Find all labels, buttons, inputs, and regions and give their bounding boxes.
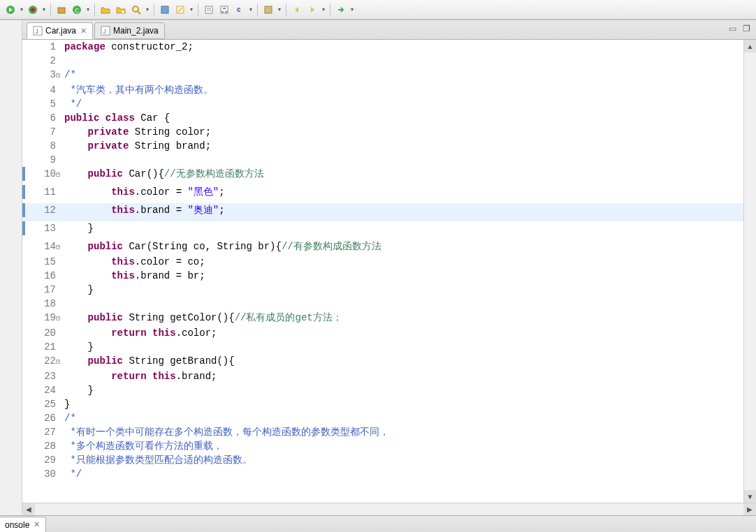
scroll-down-icon[interactable]: ▼: [744, 490, 756, 503]
code-content[interactable]: *多个构造函数可看作方法的重载，: [64, 439, 743, 453]
console-tab[interactable]: onsole ✕: [0, 517, 46, 532]
code-content[interactable]: *有时一个类中可能存在多个构造函数，每个构造函数的参数类型都不同，: [64, 425, 743, 439]
code-line[interactable]: 29 *只能根据参数类型匹配合适的构造函数。: [22, 453, 743, 467]
scroll-left-icon[interactable]: ◀: [22, 503, 35, 516]
code-content[interactable]: package constructor_2;: [64, 40, 743, 54]
code-line[interactable]: 3⊟/*: [22, 68, 743, 83]
scroll-right-icon[interactable]: ▶: [743, 503, 756, 516]
dropdown-icon[interactable]: ▾: [188, 3, 195, 17]
fold-toggle-icon[interactable]: ⊟: [56, 244, 60, 251]
open-type-icon[interactable]: [114, 3, 128, 17]
code-line[interactable]: 16 this.brand = br;: [22, 269, 743, 283]
dropdown-icon[interactable]: ▾: [276, 3, 283, 17]
code-content[interactable]: [64, 153, 743, 167]
code-line[interactable]: 12 this.brand = "奥迪";: [22, 203, 743, 221]
fold-toggle-icon[interactable]: ⊟: [56, 358, 60, 366]
code-line[interactable]: 4 *汽车类，其中有两个构造函数。: [22, 83, 743, 97]
code-line[interactable]: 7 private String color;: [22, 125, 743, 139]
code-line[interactable]: 19⊟ public String getColor(){//私有成员的get方…: [22, 311, 743, 326]
debug-icon[interactable]: [26, 3, 40, 17]
code-content[interactable]: public class Car {: [64, 111, 743, 125]
vertical-scrollbar[interactable]: ▲ ▼: [743, 40, 756, 503]
code-line[interactable]: 1package constructor_2;: [22, 40, 743, 54]
code-line[interactable]: 21 }: [22, 340, 743, 354]
code-line[interactable]: 14⊟ public Car(String co, String br){//有…: [22, 239, 743, 255]
organize-icon[interactable]: [261, 3, 275, 17]
open-folder-icon[interactable]: [99, 3, 112, 17]
scroll-up-icon[interactable]: ▲: [744, 40, 756, 52]
fold-toggle-icon[interactable]: ⊟: [56, 72, 60, 80]
code-line[interactable]: 17 }: [22, 283, 743, 297]
code-content[interactable]: }: [64, 340, 743, 354]
code-content[interactable]: public String getColor(){//私有成员的get方法；: [64, 311, 743, 326]
horizontal-scrollbar[interactable]: ◀ ▶: [22, 503, 756, 515]
dropdown-icon[interactable]: ▾: [85, 3, 92, 17]
code-line[interactable]: 30 */: [22, 467, 743, 481]
code-line[interactable]: 20 return this.color;: [22, 326, 743, 340]
code-content[interactable]: public String getBrand(){: [64, 354, 743, 369]
code-line[interactable]: 15 this.color = co;: [22, 255, 743, 269]
dropdown-icon[interactable]: ▾: [247, 3, 254, 17]
code-line[interactable]: 11 this.color = "黑色";: [22, 185, 743, 203]
next-icon[interactable]: [334, 3, 348, 17]
outline-icon[interactable]: [202, 3, 216, 17]
code-line[interactable]: 5 */: [22, 97, 743, 111]
dropdown-icon[interactable]: ▾: [349, 3, 356, 17]
dropdown-icon[interactable]: ▾: [41, 3, 48, 17]
code-content[interactable]: return this.color;: [64, 326, 743, 340]
code-line[interactable]: 26/*: [22, 411, 743, 425]
code-content[interactable]: [64, 297, 743, 311]
toggle-mark-icon[interactable]: [158, 3, 172, 17]
code-line[interactable]: 27 *有时一个类中可能存在多个构造函数，每个构造函数的参数类型都不同，: [22, 425, 743, 439]
maximize-icon[interactable]: ❐: [741, 23, 752, 34]
code-content[interactable]: /*: [64, 411, 743, 425]
new-class-icon[interactable]: C: [70, 3, 84, 17]
fold-toggle-icon[interactable]: ⊟: [56, 171, 60, 179]
code-line[interactable]: 8 private String brand;: [22, 139, 743, 153]
code-content[interactable]: public Car(String co, String br){//有参数构成…: [64, 239, 743, 255]
code-content[interactable]: return this.brand;: [64, 369, 743, 383]
dropdown-icon[interactable]: ▾: [18, 3, 25, 17]
code-content[interactable]: */: [64, 97, 743, 111]
code-content[interactable]: private String color;: [64, 125, 743, 139]
code-line[interactable]: 24 }: [22, 383, 743, 397]
code-content[interactable]: }: [64, 283, 743, 297]
code-content[interactable]: private String brand;: [64, 139, 743, 153]
link-icon[interactable]: [233, 3, 247, 17]
forward-icon[interactable]: [305, 3, 319, 17]
dropdown-icon[interactable]: ▾: [144, 3, 151, 17]
code-content[interactable]: this.brand = "奥迪";: [64, 203, 743, 221]
code-line[interactable]: 23 return this.brand;: [22, 369, 743, 383]
code-line[interactable]: 22⊟ public String getBrand(){: [22, 354, 743, 369]
code-line[interactable]: 13 }: [22, 221, 743, 239]
close-icon[interactable]: ✕: [80, 27, 87, 36]
code-content[interactable]: /*: [64, 68, 743, 83]
search-icon[interactable]: [129, 3, 143, 17]
code-line[interactable]: 28 *多个构造函数可看作方法的重载，: [22, 439, 743, 453]
code-content[interactable]: }: [64, 221, 743, 239]
code-content[interactable]: this.color = co;: [64, 255, 743, 269]
back-icon[interactable]: [290, 3, 304, 17]
code-editor[interactable]: 1package constructor_2;2 3⊟/*4 *汽车类，其中有两…: [22, 40, 743, 503]
close-icon[interactable]: ✕: [34, 520, 40, 529]
code-line[interactable]: 2: [22, 54, 743, 68]
code-line[interactable]: 10⊟ public Car(){//无参数构造函数方法: [22, 167, 743, 185]
code-content[interactable]: [64, 54, 743, 68]
code-line[interactable]: 18: [22, 297, 743, 311]
code-line[interactable]: 25}: [22, 397, 743, 411]
new-package-icon[interactable]: [54, 3, 68, 17]
toggle-breadcrumb-icon[interactable]: [173, 3, 187, 17]
code-content[interactable]: *汽车类，其中有两个构造函数。: [64, 83, 743, 97]
code-content[interactable]: }: [64, 397, 743, 411]
hierarchy-icon[interactable]: [217, 3, 231, 17]
tab-main2-java[interactable]: J Main_2.java: [94, 22, 165, 39]
minimize-icon[interactable]: ▭: [727, 23, 738, 34]
code-content[interactable]: */: [64, 467, 743, 481]
fold-toggle-icon[interactable]: ⊟: [56, 315, 60, 323]
tab-car-java[interactable]: J Car.java ✕: [27, 22, 93, 39]
run-icon[interactable]: [3, 3, 17, 17]
code-content[interactable]: public Car(){//无参数构造函数方法: [64, 167, 743, 185]
code-content[interactable]: this.brand = br;: [64, 269, 743, 283]
code-line[interactable]: 6public class Car {: [22, 111, 743, 125]
code-line[interactable]: 9: [22, 153, 743, 167]
